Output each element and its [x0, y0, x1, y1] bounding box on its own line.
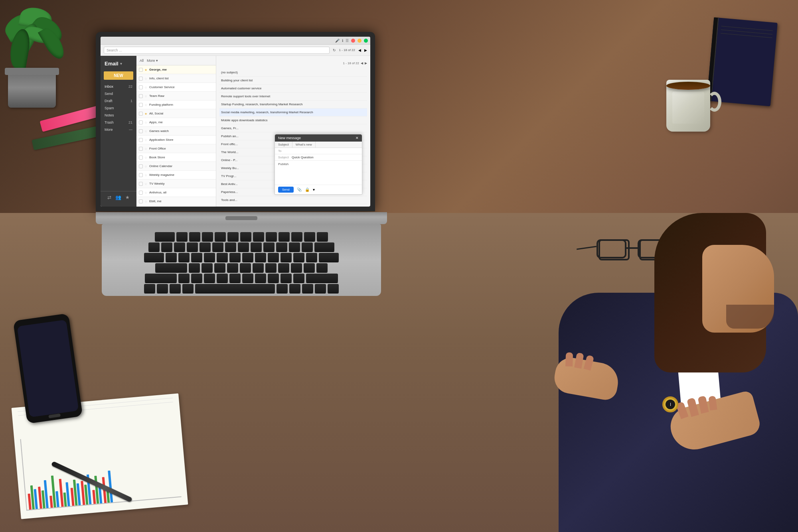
- key-m[interactable]: [255, 274, 266, 282]
- key-1[interactable]: [161, 242, 172, 251]
- key-return[interactable]: [319, 253, 339, 262]
- key-shift-left[interactable]: [145, 274, 177, 282]
- star-icon[interactable]: ☆: [144, 165, 148, 168]
- email-row[interactable]: Tools and...: [219, 196, 367, 204]
- close-button[interactable]: [351, 39, 355, 43]
- search-bar[interactable]: Search ...: [104, 47, 330, 54]
- key-f9[interactable]: [279, 232, 290, 241]
- key-6[interactable]: [225, 242, 236, 251]
- key-z[interactable]: [178, 274, 190, 282]
- key-equal[interactable]: [302, 242, 313, 251]
- star-icon[interactable]: ☆: [144, 77, 148, 80]
- more-filter-button[interactable]: More ▾: [147, 59, 158, 63]
- email-list-item[interactable]: ☆ Online Calendar: [136, 162, 216, 171]
- email-row[interactable]: Building your client list: [219, 77, 367, 85]
- send-button[interactable]: Send: [278, 187, 294, 193]
- email-checkbox[interactable]: [139, 191, 143, 195]
- email-list-item[interactable]: ☆ Apps, me: [136, 118, 216, 127]
- key-g[interactable]: [240, 263, 251, 272]
- key-w[interactable]: [178, 253, 190, 262]
- email-list-item[interactable]: ☆ Front Office: [136, 144, 216, 153]
- email-list-item[interactable]: ☆ Antivirus, all: [136, 188, 216, 197]
- email-list-item[interactable]: ☆ Customer Service: [136, 83, 216, 92]
- key-8[interactable]: [251, 242, 262, 251]
- star-icon[interactable]: ☆: [144, 95, 148, 98]
- star-icon[interactable]: ☆: [144, 147, 148, 150]
- email-checkbox[interactable]: [139, 120, 143, 124]
- star-icon[interactable]: ★: [144, 68, 148, 71]
- key-a[interactable]: [189, 263, 200, 272]
- title-dropdown-icon[interactable]: ▾: [120, 61, 122, 66]
- people-icon[interactable]: 👥: [115, 195, 121, 200]
- next-icon[interactable]: ▶: [365, 61, 367, 65]
- email-row[interactable]: Mobile apps downloads statistics: [219, 116, 367, 124]
- email-row[interactable]: Games, Fr...: [219, 124, 367, 132]
- key-c[interactable]: [204, 274, 215, 282]
- email-checkbox[interactable]: [139, 173, 143, 177]
- prev-page-button[interactable]: ◀: [358, 48, 361, 52]
- email-row[interactable]: Luxury H...: [219, 204, 367, 207]
- star-icon[interactable]: ☆: [144, 191, 148, 194]
- key-f8[interactable]: [266, 232, 277, 241]
- key-space[interactable]: [195, 284, 275, 293]
- key-t[interactable]: [217, 253, 228, 262]
- filter-icon[interactable]: ⇄: [107, 195, 111, 200]
- key-4[interactable]: [200, 242, 211, 251]
- email-list-item[interactable]: ☆ Weekly magazine: [136, 171, 216, 179]
- key-esc[interactable]: [155, 232, 175, 241]
- key-f4[interactable]: [215, 232, 226, 241]
- prev-icon[interactable]: ◀: [361, 61, 363, 65]
- key-v[interactable]: [217, 274, 228, 282]
- key-r[interactable]: [204, 253, 215, 262]
- key-backtick[interactable]: [148, 242, 160, 251]
- sidebar-item-spam[interactable]: Spam: [101, 104, 136, 112]
- email-list-item[interactable]: ☆ TV Weekly: [136, 179, 216, 188]
- sidebar-item-notes[interactable]: Notes: [101, 112, 136, 119]
- key-q[interactable]: [166, 253, 177, 262]
- key-j[interactable]: [265, 263, 277, 272]
- new-email-button[interactable]: NEW: [104, 71, 133, 80]
- compose-window[interactable]: New message ✕ Subject What's new To: [275, 134, 362, 195]
- key-fn[interactable]: [144, 284, 155, 293]
- key-caps[interactable]: [155, 263, 187, 272]
- refresh-icon[interactable]: ↻: [333, 48, 336, 52]
- key-bracket-open[interactable]: [293, 253, 304, 262]
- key-f11[interactable]: [304, 232, 315, 241]
- key-shift-right[interactable]: [306, 274, 338, 282]
- email-row[interactable]: Startup Funding, research, transforming …: [219, 100, 367, 108]
- key-cmd-right[interactable]: [277, 284, 288, 293]
- key-f5[interactable]: [227, 232, 239, 241]
- key-0[interactable]: [276, 242, 287, 251]
- compose-body[interactable]: Publish: [275, 161, 362, 185]
- email-row[interactable]: Automated customer service: [219, 85, 367, 93]
- key-f6[interactable]: [240, 232, 251, 241]
- key-u[interactable]: [242, 253, 253, 262]
- email-application[interactable]: 🎤 ℹ ☰ Search ... ↻ 1 - 18 of 22 ◀ ▶: [101, 37, 370, 207]
- email-checkbox[interactable]: [139, 68, 143, 72]
- key-d[interactable]: [214, 263, 225, 272]
- key-tab[interactable]: [144, 253, 164, 262]
- email-checkbox[interactable]: [139, 156, 143, 160]
- star-icon[interactable]: ☆: [144, 130, 148, 133]
- key-n[interactable]: [242, 274, 253, 282]
- email-list-item[interactable]: ☆ Info, client list: [136, 74, 216, 83]
- minimize-button[interactable]: [358, 39, 361, 43]
- star-icon[interactable]: ★: [144, 112, 148, 115]
- email-checkbox[interactable]: [139, 129, 143, 133]
- tab-subject[interactable]: Subject: [275, 142, 292, 148]
- key-h[interactable]: [253, 263, 264, 272]
- key-k[interactable]: [278, 263, 289, 272]
- email-list-item[interactable]: ☆ Funding platform: [136, 100, 216, 109]
- star-icon[interactable]: ☆: [144, 156, 148, 159]
- key-9[interactable]: [263, 242, 275, 251]
- key-quote[interactable]: [316, 263, 328, 272]
- sidebar-item-more[interactable]: More —: [101, 126, 136, 133]
- key-l[interactable]: [291, 263, 302, 272]
- key-y[interactable]: [229, 253, 241, 262]
- tab-whatsnew[interactable]: What's new: [292, 142, 316, 148]
- key-arrow-right[interactable]: [328, 284, 339, 293]
- key-delete[interactable]: [314, 242, 334, 251]
- key-f[interactable]: [227, 263, 238, 272]
- star-icon[interactable]: ★: [125, 195, 130, 200]
- compose-close-button[interactable]: ✕: [356, 136, 359, 140]
